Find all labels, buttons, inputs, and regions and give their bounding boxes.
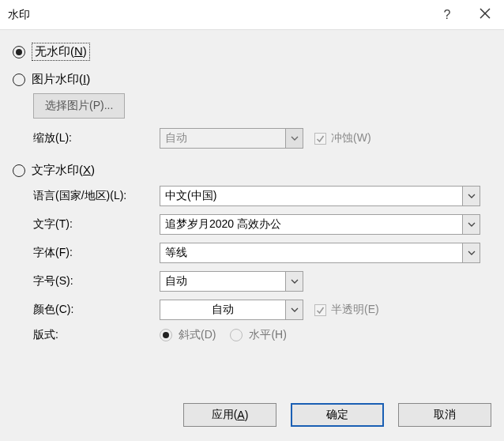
dialog-footer: 应用(A) 确定 取消 [0,394,504,441]
chevron-down-icon [285,272,303,291]
layout-horizontal-label: 水平(H) [249,328,286,342]
washout-label: 冲蚀(W) [331,131,371,145]
radio-icon [230,329,243,341]
option-no-watermark[interactable]: 无水印(N) [13,43,491,61]
ok-button[interactable]: 确定 [291,403,384,427]
close-icon [480,8,491,22]
option-picture-watermark[interactable]: 图片水印(I) [13,72,491,87]
text-label: 文字(T): [33,217,160,232]
dialog-body: 无水印(N) 图片水印(I) 选择图片(P)... 缩放(L): 自动 [0,30,504,394]
radio-icon [13,164,25,177]
help-icon: ? [444,8,451,22]
color-label: 颜色(C): [33,303,160,317]
chevron-down-icon [462,243,480,262]
option-no-watermark-label: 无水印(N) [32,43,90,61]
radio-icon [13,74,25,86]
scale-value: 自动 [160,131,285,145]
chevron-down-icon [285,300,303,319]
help-button[interactable]: ? [428,0,466,30]
chevron-down-icon [462,187,480,205]
layout-diagonal-option[interactable]: 斜式(D) [160,328,216,342]
chevron-down-icon [285,129,303,148]
titlebar: 水印 ? [0,0,504,30]
font-label: 字体(F): [33,246,160,260]
picture-section: 选择图片(P)... 缩放(L): 自动 冲蚀(W) [13,93,491,149]
semitransparent-checkbox[interactable] [314,304,326,316]
cancel-button[interactable]: 取消 [398,403,491,427]
washout-checkbox[interactable] [314,133,326,145]
language-dropdown[interactable]: 中文(中国) [160,186,480,206]
option-text-watermark[interactable]: 文字水印(X) [13,163,491,178]
language-value: 中文(中国) [160,189,462,203]
radio-icon [160,329,172,341]
language-label: 语言(国家/地区)(L): [33,189,160,203]
radio-icon [13,46,25,58]
chevron-down-icon [462,215,480,234]
layout-label: 版式: [33,328,160,342]
size-label: 字号(S): [33,274,160,288]
text-combobox[interactable]: 追梦岁月2020 高效办公 [160,214,480,235]
size-dropdown[interactable]: 自动 [160,271,303,292]
font-combobox[interactable]: 等线 [160,243,480,263]
close-button[interactable] [466,0,504,30]
option-text-watermark-label: 文字水印(X) [32,163,95,178]
option-picture-watermark-label: 图片水印(I) [32,72,90,87]
text-section: 语言(国家/地区)(L): 中文(中国) 文字(T): 追梦岁月2020 高效办… [13,186,491,342]
watermark-dialog: 水印 ? 无水印(N) 图片水印(I) 选择图片(P)... 缩放(L): [0,0,504,441]
dialog-title: 水印 [8,8,428,22]
apply-button[interactable]: 应用(A) [183,403,276,427]
color-value: 自动 [160,303,285,317]
select-picture-button[interactable]: 选择图片(P)... [33,93,125,119]
scale-label: 缩放(L): [33,131,160,145]
text-value: 追梦岁月2020 高效办公 [160,217,462,232]
layout-diagonal-label: 斜式(D) [179,328,216,342]
semitransparent-label: 半透明(E) [331,303,379,317]
scale-dropdown[interactable]: 自动 [160,128,303,149]
font-value: 等线 [160,246,462,260]
layout-horizontal-option[interactable]: 水平(H) [230,328,286,342]
size-value: 自动 [160,274,285,288]
color-dropdown[interactable]: 自动 [160,300,303,320]
